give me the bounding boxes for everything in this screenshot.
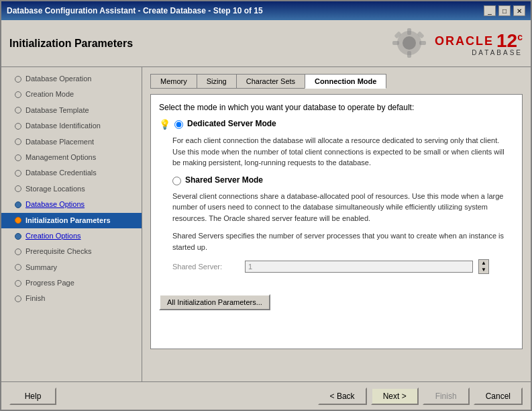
step-dot <box>15 76 21 83</box>
sidebar-item-initialization-parameters[interactable]: Initialization Parameters <box>1 213 142 228</box>
all-init-params-button[interactable]: All Initialization Parameters... <box>159 294 270 310</box>
sidebar-item-finish[interactable]: Finish <box>1 291 142 306</box>
step-dot <box>15 201 21 208</box>
dedicated-mode-option: 💡 Dedicated Server Mode <box>159 119 514 130</box>
header: Initialization Parameters ORACLE 12c <box>1 20 531 67</box>
shared-server-input[interactable] <box>245 261 473 273</box>
shared-mode-option: Shared Server Mode <box>159 175 514 185</box>
sidebar-item-storage-locations[interactable]: Storage Locations <box>1 181 142 197</box>
minimize-button[interactable]: _ <box>484 5 496 16</box>
sidebar-item-creation-options[interactable]: Creation Options <box>1 228 142 244</box>
step-dot <box>15 185 21 192</box>
oracle-db-label: DATABASE <box>472 49 523 56</box>
header-title-area: Initialization Parameters <box>9 38 133 50</box>
page-title: Initialization Parameters <box>9 38 133 49</box>
main-content: Database Operation Creation Mode Databas… <box>1 67 531 381</box>
dedicated-mode-radio[interactable] <box>174 120 183 129</box>
spinner: ▲ ▼ <box>478 259 489 274</box>
maximize-button[interactable]: □ <box>498 5 511 16</box>
step-dot <box>15 107 21 113</box>
gear-decoration-icon <box>389 25 429 62</box>
svg-rect-3 <box>407 51 411 58</box>
svg-rect-4 <box>392 41 399 45</box>
tab-sizing[interactable]: Sizing <box>197 74 237 89</box>
step-dot <box>15 264 21 271</box>
window-controls: _ □ ✕ <box>484 5 525 16</box>
dedicated-mode-label: Dedicated Server Mode <box>187 119 276 128</box>
sidebar-item-creation-mode[interactable]: Creation Mode <box>1 87 142 102</box>
step-dot <box>15 295 21 302</box>
shared-mode-label: Shared Server Mode <box>185 175 263 185</box>
instruction-text: Select the mode in which you want your d… <box>159 103 514 112</box>
spinner-up-button[interactable]: ▲ <box>479 260 488 267</box>
tab-bar: Memory Sizing Character Sets Connection … <box>150 74 523 89</box>
cancel-button[interactable]: Cancel <box>474 387 523 405</box>
sidebar-item-summary[interactable]: Summary <box>1 260 142 275</box>
footer-right: < Back Next > Finish Cancel <box>318 387 523 405</box>
sidebar-item-database-operation[interactable]: Database Operation <box>1 71 142 87</box>
title-bar: Database Configuration Assistant - Creat… <box>1 1 531 20</box>
bulb-icon: 💡 <box>159 119 170 130</box>
sidebar: Database Operation Creation Mode Databas… <box>1 67 142 381</box>
step-dot <box>15 280 21 287</box>
next-button[interactable]: Next > <box>371 387 419 405</box>
tab-connection-mode[interactable]: Connection Mode <box>305 74 386 89</box>
svg-point-1 <box>403 36 416 50</box>
step-dot <box>15 123 21 130</box>
tab-content-connection-mode: Select the mode in which you want your d… <box>150 94 523 349</box>
shared-mode-description-1: Several client connections share a datab… <box>172 191 514 224</box>
sidebar-item-database-template[interactable]: Database Template <box>1 103 142 118</box>
sidebar-item-prerequisite-checks[interactable]: Prerequisite Checks <box>1 244 142 259</box>
svg-rect-2 <box>407 28 411 35</box>
step-dot <box>15 248 21 255</box>
sidebar-item-database-options[interactable]: Database Options <box>1 197 142 212</box>
step-dot <box>15 138 21 145</box>
shared-server-label: Shared Server: <box>172 263 240 271</box>
tab-character-sets[interactable]: Character Sets <box>236 74 305 89</box>
dedicated-mode-description: For each client connection the database … <box>172 135 514 169</box>
shared-mode-description-2: Shared Servers specifies the number of s… <box>172 230 514 253</box>
step-dot <box>15 154 21 161</box>
oracle-logo: ORACLE 12c DATABASE <box>435 30 523 56</box>
svg-rect-5 <box>419 41 426 45</box>
close-button[interactable]: ✕ <box>513 5 525 16</box>
step-dot <box>15 170 21 177</box>
help-button[interactable]: Help <box>9 387 56 405</box>
step-dot <box>15 91 21 98</box>
sidebar-item-database-identification[interactable]: Database Identification <box>1 118 142 134</box>
step-dot <box>15 233 21 240</box>
spinner-down-button[interactable]: ▼ <box>479 267 488 273</box>
back-button[interactable]: < Back <box>318 387 367 405</box>
footer-left: Help <box>9 387 56 405</box>
sidebar-item-database-placement[interactable]: Database Placement <box>1 134 142 150</box>
footer: Help < Back Next > Finish Cancel <box>1 381 531 410</box>
shared-mode-radio[interactable] <box>172 177 181 185</box>
sidebar-item-progress-page[interactable]: Progress Page <box>1 275 142 291</box>
sidebar-item-database-credentials[interactable]: Database Credentials <box>1 165 142 181</box>
main-window: Database Configuration Assistant - Creat… <box>0 0 532 411</box>
step-dot <box>15 217 21 224</box>
window-title: Database Configuration Assistant - Creat… <box>7 6 263 15</box>
content-area: Memory Sizing Character Sets Connection … <box>142 67 531 381</box>
shared-server-field: Shared Server: ▲ ▼ <box>172 259 514 274</box>
finish-button[interactable]: Finish <box>423 387 470 405</box>
sidebar-item-management-options[interactable]: Management Options <box>1 150 142 165</box>
tab-memory[interactable]: Memory <box>150 74 197 89</box>
oracle-brand-text: ORACLE <box>435 34 494 48</box>
